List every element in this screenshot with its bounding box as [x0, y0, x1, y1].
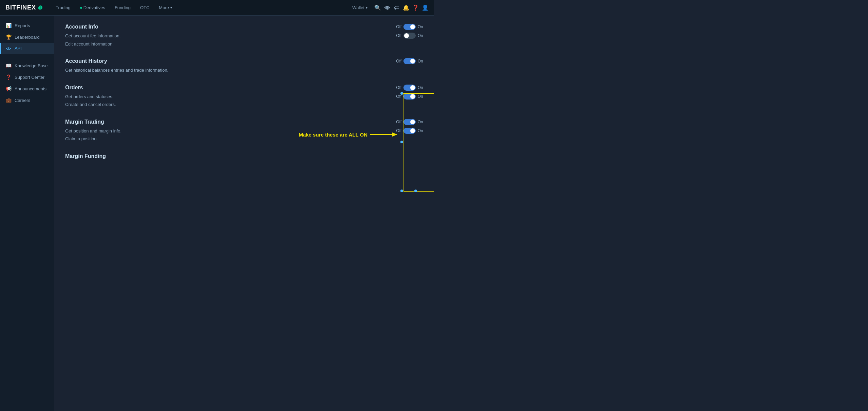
reports-icon: 📊	[6, 23, 11, 28]
account-info-toggle-2[interactable]	[403, 33, 416, 39]
sidebar: 📊 Reports 🏆 Leaderboard </> API 📖 Knowle…	[0, 16, 54, 411]
account-info-desc-2: Edit account information.	[65, 41, 423, 48]
sidebar-divider	[0, 57, 54, 57]
orders-desc-1: Get orders and statuses.	[65, 93, 423, 100]
orders-toggle-1[interactable]	[403, 85, 416, 91]
svg-point-0	[387, 9, 388, 10]
support-center-icon: ❓	[6, 74, 11, 80]
topnav: BITFINEX Trading Derivatives Funding OTC…	[0, 0, 434, 16]
account-info-title: Account Info	[65, 24, 423, 30]
margin-trading-title: Margin Trading	[65, 119, 423, 125]
nav-item-derivatives[interactable]: Derivatives	[76, 3, 109, 12]
api-icon: </>	[6, 47, 11, 51]
nav-derivatives-label: Derivatives	[83, 5, 105, 10]
tag-icon[interactable]: 🏷	[393, 4, 400, 11]
mt-on-label-2: On	[418, 128, 423, 133]
account-info-toggle-row-1: Off On	[396, 24, 423, 30]
margin-funding-title: Margin Funding	[65, 153, 423, 159]
annotation-label: Make sure these are ALL ON	[299, 132, 367, 138]
account-history-desc: Get historical balances entries and trad…	[65, 67, 423, 74]
annotation-dot-bl	[400, 190, 403, 192]
ah-on-label: On	[418, 59, 423, 64]
orders-toggle-2[interactable]	[403, 93, 416, 100]
mt-off-label-1: Off	[396, 120, 401, 124]
margin-trading-toggle-2[interactable]	[403, 128, 416, 134]
derivatives-dot	[80, 7, 82, 9]
nav-more-label: More	[159, 5, 169, 10]
toggle-on-label-2: On	[418, 33, 423, 38]
mt-toggle-row-2: Off On	[396, 128, 423, 134]
ord-off-label-2: Off	[396, 94, 401, 99]
account-info-toggle-1[interactable]	[403, 24, 416, 30]
section-account-info: Account Info Get account fee information…	[65, 24, 423, 47]
main-content: Account Info Get account fee information…	[54, 16, 434, 411]
nav-trading-label: Trading	[56, 5, 71, 10]
sidebar-item-leaderboard[interactable]: 🏆 Leaderboard	[0, 31, 54, 43]
wallet-label: Wallet	[352, 5, 364, 10]
sidebar-announcements-label: Announcements	[15, 86, 46, 91]
sidebar-api-label: API	[15, 46, 22, 51]
brand-logo[interactable]: BITFINEX	[5, 4, 43, 11]
sidebar-item-careers[interactable]: 💼 Careers	[0, 94, 54, 106]
bell-icon[interactable]: 🔔	[403, 4, 410, 11]
sidebar-knowledge-base-label: Knowledge Base	[15, 63, 48, 68]
leaderboard-icon: 🏆	[6, 34, 11, 40]
section-orders: Orders Get orders and statuses. Create a…	[65, 85, 423, 108]
annotation-highlight-box	[403, 93, 434, 192]
toggle-off-label-2: Off	[396, 33, 401, 38]
sidebar-leaderboard-label: Leaderboard	[15, 35, 40, 40]
sidebar-item-support-center[interactable]: ❓ Support Center	[0, 71, 54, 83]
nav-item-more[interactable]: More ▾	[155, 3, 176, 12]
section-account-history: Account History Get historical balances …	[65, 58, 423, 74]
mt-toggle-row-1: Off On	[396, 119, 423, 125]
section-margin-trading: Margin Trading Get position and margin i…	[65, 119, 423, 142]
brand-name: BITFINEX	[5, 4, 36, 11]
chevron-down-icon: ▾	[170, 6, 172, 10]
orders-toggle-row-2: Off On	[396, 93, 423, 100]
user-icon[interactable]: 👤	[422, 4, 429, 11]
account-info-toggle-row-2: Off On	[396, 33, 423, 39]
account-info-desc-1: Get account fee information.	[65, 33, 423, 39]
knowledge-base-icon: 📖	[6, 63, 11, 68]
nav-item-trading[interactable]: Trading	[52, 3, 75, 12]
ord-off-label-1: Off	[396, 85, 401, 90]
sidebar-item-reports[interactable]: 📊 Reports	[0, 20, 54, 31]
wallet-chevron-icon: ▾	[366, 6, 367, 10]
account-history-toggle[interactable]	[403, 58, 416, 64]
ah-off-label: Off	[396, 59, 401, 64]
mt-on-label-1: On	[418, 120, 423, 124]
sidebar-item-api[interactable]: </> API	[0, 43, 54, 54]
section-margin-funding: Margin Funding	[65, 153, 423, 159]
search-icon[interactable]: 🔍	[374, 4, 381, 11]
account-history-toggle-row: Off On	[396, 58, 423, 64]
orders-title: Orders	[65, 85, 423, 91]
brand-leaf-icon	[37, 5, 43, 11]
sidebar-reports-label: Reports	[15, 23, 30, 28]
careers-icon: 💼	[6, 97, 11, 103]
nav-item-funding[interactable]: Funding	[111, 3, 135, 12]
annotation-dot-bc	[414, 190, 417, 192]
sidebar-item-announcements[interactable]: 📢 Announcements	[0, 83, 54, 94]
annotation-text: Make sure these are ALL ON	[299, 131, 397, 138]
ord-on-label-2: On	[418, 94, 423, 99]
toggle-on-label: On	[418, 24, 423, 29]
sidebar-support-label: Support Center	[15, 75, 44, 80]
svg-marker-2	[392, 132, 397, 137]
sidebar-item-knowledge-base[interactable]: 📖 Knowledge Base	[0, 60, 54, 71]
signal-icon[interactable]	[384, 4, 391, 11]
nav-item-otc[interactable]: OTC	[136, 3, 153, 12]
orders-toggle-row-1: Off On	[396, 85, 423, 91]
nav-right: Wallet ▾ 🔍 🏷 🔔 ❓ 👤	[348, 3, 429, 12]
toggle-off-label: Off	[396, 24, 401, 29]
announcements-icon: 📢	[6, 86, 11, 91]
annotation-arrow-icon	[370, 131, 397, 138]
nav-otc-label: OTC	[140, 5, 149, 10]
wallet-button[interactable]: Wallet ▾	[348, 3, 372, 12]
nav-funding-label: Funding	[115, 5, 131, 10]
orders-desc-2: Create and cancel orders.	[65, 101, 423, 108]
ord-on-label-1: On	[418, 85, 423, 90]
nav-links: Trading Derivatives Funding OTC More ▾	[52, 3, 348, 12]
margin-trading-toggle-1[interactable]	[403, 119, 416, 125]
layout: 📊 Reports 🏆 Leaderboard </> API 📖 Knowle…	[0, 16, 434, 411]
help-icon[interactable]: ❓	[412, 4, 419, 11]
